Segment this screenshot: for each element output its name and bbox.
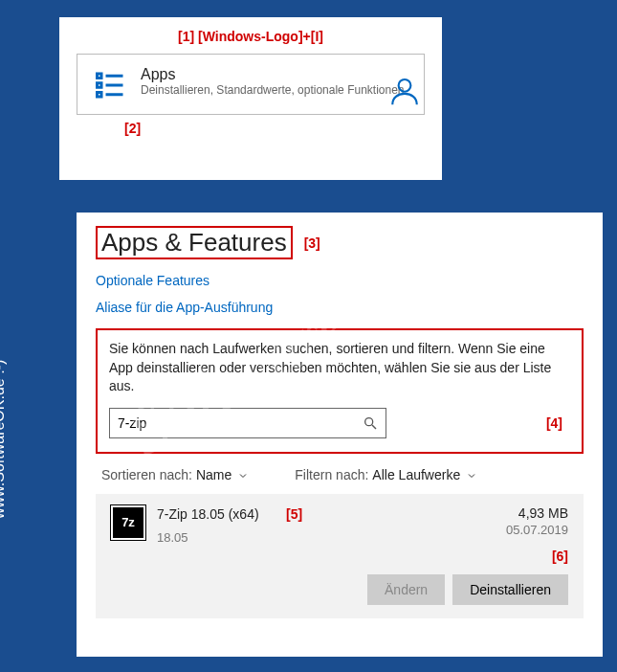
account-icon[interactable]: [388, 75, 421, 107]
description-text: Sie können nach Laufwerken suchen, sorti…: [109, 340, 570, 396]
annotation-6: [6]: [552, 549, 568, 564]
svg-rect-4: [98, 93, 102, 98]
filter-dropdown[interactable]: Filtern nach: Alle Laufwerke: [295, 467, 477, 482]
uninstall-button[interactable]: Deinstallieren: [452, 574, 568, 605]
tile-subtitle: Deinstallieren, Standardwerte, optionale…: [141, 83, 408, 97]
app-version: 18.05: [157, 530, 506, 545]
annotation-4: [4]: [546, 415, 562, 431]
description-block: Sie können nach Laufwerken suchen, sorti…: [96, 328, 584, 454]
app-list-item[interactable]: 7z 7-Zip 18.05 (x64) [5] 18.05 4,93 MB 0…: [96, 494, 584, 618]
apps-list-icon: [93, 68, 127, 102]
svg-point-6: [399, 79, 411, 92]
search-box[interactable]: [109, 408, 386, 438]
annotation-5: [5]: [286, 506, 302, 522]
sort-value: Name: [196, 467, 231, 482]
app-size: 4,93 MB: [506, 505, 568, 521]
apps-features-panel: Apps & Features [3] Optionale Features A…: [77, 213, 603, 657]
apps-tile[interactable]: Apps Deinstallieren, Standardwerte, opti…: [77, 54, 425, 115]
modify-button[interactable]: Ändern: [367, 574, 445, 605]
svg-line-8: [372, 425, 376, 429]
app-icon-7z: 7z: [111, 505, 145, 540]
app-date: 05.07.2019: [506, 523, 568, 537]
search-input[interactable]: [118, 415, 363, 431]
sort-dropdown[interactable]: Sortieren nach: Name: [101, 467, 249, 482]
annotation-1: [1] [Windows-Logo]+[I]: [77, 29, 425, 44]
svg-rect-2: [98, 83, 102, 88]
page-heading: Apps & Features: [96, 226, 293, 259]
svg-point-7: [365, 417, 373, 425]
app-alias-link[interactable]: Aliase für die App-Ausführung: [96, 300, 584, 315]
annotation-2: [2]: [124, 121, 425, 136]
app-name: 7-Zip 18.05 (x64): [157, 506, 259, 522]
tile-title: Apps: [141, 66, 408, 83]
svg-rect-0: [98, 74, 102, 78]
filter-value: Alle Laufwerke: [372, 467, 460, 482]
chevron-down-icon: [466, 469, 477, 481]
sort-label: Sortieren nach:: [101, 467, 192, 482]
side-url-text: www.SoftwareOK.de :-): [0, 360, 8, 519]
filter-label: Filtern nach:: [295, 467, 368, 482]
search-icon: [363, 415, 378, 431]
chevron-down-icon: [237, 469, 249, 481]
settings-tile-panel: [1] [Windows-Logo]+[I] Apps Deinstallier…: [59, 17, 442, 180]
annotation-3: [3]: [304, 235, 320, 251]
optional-features-link[interactable]: Optionale Features: [96, 273, 584, 288]
